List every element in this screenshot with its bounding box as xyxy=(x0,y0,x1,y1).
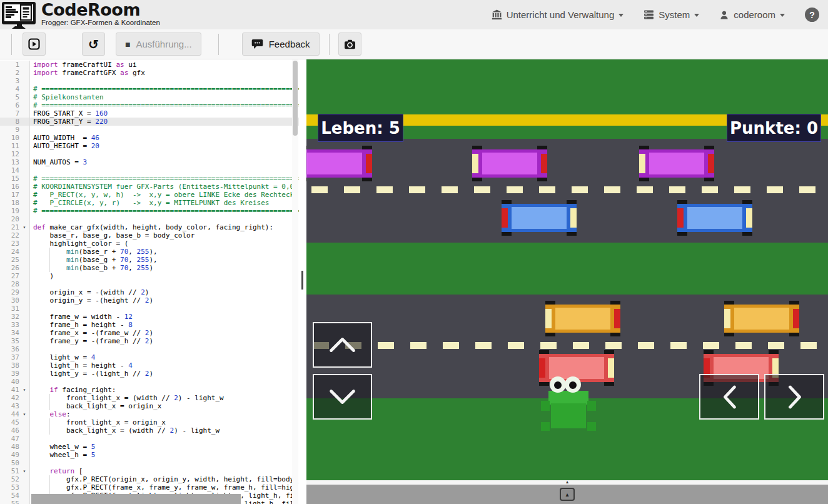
fold-arrow-icon[interactable]: ▾ xyxy=(21,410,28,418)
control-down-button[interactable] xyxy=(313,374,372,420)
car-frame xyxy=(555,308,610,330)
fold-arrow-icon xyxy=(21,69,28,77)
code-token xyxy=(33,410,50,418)
pane-splitter[interactable] xyxy=(299,59,306,504)
lane-dash xyxy=(703,342,719,349)
control-right-button[interactable] xyxy=(764,374,824,420)
line-gutter: 39 xyxy=(0,370,30,378)
reset-icon: ↺ xyxy=(88,38,99,51)
code-token: ) xyxy=(33,272,54,280)
code-token: light_w = xyxy=(33,353,91,361)
reset-button[interactable]: ↺ xyxy=(82,33,105,56)
line-gutter: 30 xyxy=(0,296,30,305)
fold-arrow-icon xyxy=(21,483,28,491)
code-token: gfx.P_RECT(origin_x, origin_y, width, he… xyxy=(33,475,298,483)
control-up-button[interactable] xyxy=(313,322,372,368)
editor-vertical-scrollbar[interactable] xyxy=(292,59,298,504)
code-line: 19# ====================================… xyxy=(0,207,299,215)
splitter-grip-icon[interactable] xyxy=(301,271,303,290)
code-line: 35 frame_y = -(frame_h // 2) xyxy=(0,337,299,345)
code-line: 53 gfx.P_RECT(frame_x, frame_y, frame_w,… xyxy=(0,483,299,491)
code-line: 20 xyxy=(0,215,299,223)
code-token: frameCraftGFX xyxy=(58,69,120,77)
line-gutter: 8 xyxy=(0,118,30,126)
fold-arrow-icon xyxy=(21,378,28,386)
code-token: def xyxy=(33,223,46,231)
code-token: (base_r + xyxy=(79,248,120,256)
code-token: origin_x = -(width // xyxy=(33,288,141,296)
screenshot-button[interactable] xyxy=(338,33,361,56)
code-token: min xyxy=(66,248,79,256)
code-line: 21▾def make_car_gfx(width, height, body_… xyxy=(0,223,299,231)
line-gutter: 32 xyxy=(0,313,30,321)
run-button[interactable] xyxy=(23,33,46,56)
fold-arrow-icon[interactable]: ▾ xyxy=(21,467,28,475)
code-token: 5 xyxy=(91,443,96,451)
code-text xyxy=(30,126,299,134)
line-number: 36 xyxy=(0,345,21,353)
code-token: return xyxy=(50,467,75,475)
lane-dash xyxy=(311,186,328,193)
code-token: back_light_x = (width // xyxy=(33,426,170,435)
game-canvas[interactable]: Leben: 5Punkte: 0 xyxy=(306,59,828,480)
line-number: 47 xyxy=(0,435,21,443)
code-line: 12 xyxy=(0,150,299,158)
menu-user-coderoom[interactable]: coderoom xyxy=(719,9,785,20)
fold-arrow-icon xyxy=(21,101,28,109)
car-light-right xyxy=(570,208,577,228)
menu-label: coderoom xyxy=(734,9,775,20)
car-light-left xyxy=(677,208,684,228)
code-token: ui xyxy=(124,61,137,69)
app-header: CodeRoom Frogger: GFX-Formen & Koordinat… xyxy=(0,0,828,29)
help-button[interactable]: ? xyxy=(805,8,819,22)
code-line: 13NUM_AUTOS = 3 xyxy=(0,158,299,166)
line-gutter: 53 xyxy=(0,483,30,491)
code-line: 27 ) xyxy=(0,272,299,280)
code-line: 3 xyxy=(0,77,299,85)
car-light-left xyxy=(639,154,645,173)
car-light-left xyxy=(472,154,478,173)
console-reveal-strip[interactable]: ▴ xyxy=(306,480,828,485)
code-line: 8FROG_START_Y = 220 xyxy=(0,118,299,126)
control-left-button[interactable] xyxy=(699,374,759,420)
car-blue xyxy=(502,200,577,236)
code-token: ) - light_w xyxy=(178,394,224,402)
code-token: # ======================================… xyxy=(33,85,299,93)
horizontal-scrollbar-thumb[interactable] xyxy=(31,494,241,504)
chevron-down-icon xyxy=(618,14,624,17)
line-gutter: 24 xyxy=(0,248,30,256)
line-gutter: 37 xyxy=(0,353,30,361)
code-line: 37 light_w = 4 xyxy=(0,353,299,361)
car-light-left xyxy=(502,208,508,228)
line-gutter: 15 xyxy=(0,174,30,183)
line-number: 23 xyxy=(0,239,21,248)
menu-system[interactable]: System xyxy=(644,9,699,20)
console-expand-button[interactable]: ▴ xyxy=(560,488,575,501)
bottom-console-bar: ▴ xyxy=(306,485,828,504)
fold-arrow-icon[interactable]: ▾ xyxy=(21,386,28,394)
execution-status-button[interactable]: ■ Ausführung... xyxy=(116,33,201,56)
lane-dash xyxy=(638,342,654,349)
code-token: ) xyxy=(149,337,153,345)
menu-unterricht-verwaltung[interactable]: Unterricht und Verwaltung xyxy=(492,9,624,20)
code-editor[interactable]: 1import frameCraftUI as ui2import frameC… xyxy=(0,59,299,504)
line-number: 25 xyxy=(0,256,21,264)
fold-arrow-icon[interactable]: ▾ xyxy=(21,223,28,231)
line-gutter: 11 xyxy=(0,142,30,150)
line-number: 31 xyxy=(0,305,21,313)
vertical-scrollbar-thumb[interactable] xyxy=(293,61,298,136)
indent-guide xyxy=(49,418,50,426)
code-text: import frameCraftGFX as gfx xyxy=(30,69,299,77)
feedback-button[interactable]: Feedback xyxy=(242,33,320,56)
line-number: 41 xyxy=(0,386,21,394)
line-number: 50 xyxy=(0,459,21,467)
line-gutter: 18 xyxy=(0,199,30,207)
code-token: facing_right: xyxy=(58,386,116,394)
line-number: 51 xyxy=(0,467,21,475)
triangle-up-icon: ▴ xyxy=(565,490,568,500)
code-token: 220 xyxy=(95,118,108,126)
fold-arrow-icon xyxy=(21,93,28,101)
code-text: highlight_color = ( xyxy=(30,239,299,248)
terrain-stripe-grass xyxy=(306,59,828,114)
code-token: : xyxy=(66,410,71,418)
